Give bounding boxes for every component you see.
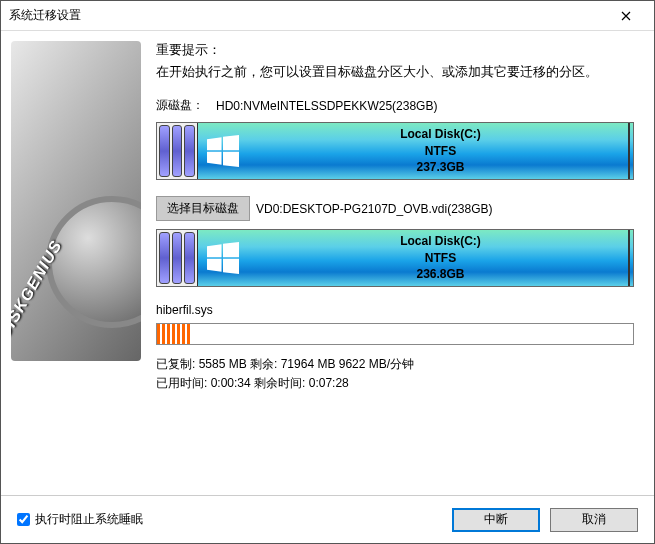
source-disk-row: 源磁盘： HD0:NVMeINTELSSDPEKKW25(238GB) [156,97,634,114]
target-disk-value: VD0:DESKTOP-PG2107D_OVB.vdi(238GB) [256,202,493,216]
main-panel: 重要提示： 在开始执行之前，您可以设置目标磁盘分区大小、或添加其它要迁移的分区。… [156,31,654,495]
current-file: hiberfil.sys [156,303,634,317]
reserved-partitions [157,123,197,179]
footer: 执行时阻止系统睡眠 中断 取消 [1,495,654,543]
brand-label: DISKGENIUS [11,237,66,341]
target-part-name: Local Disk(C:) [248,233,633,250]
abort-button[interactable]: 中断 [452,508,540,532]
brand-image: DISKGENIUS [11,41,141,361]
close-icon [621,11,631,21]
content-area: DISKGENIUS 重要提示： 在开始执行之前，您可以设置目标磁盘分区大小、或… [1,31,654,495]
target-disk-row: 选择目标磁盘 VD0:DESKTOP-PG2107D_OVB.vdi(238GB… [156,196,634,221]
progress-bar [156,323,634,345]
select-target-button[interactable]: 选择目标磁盘 [156,196,250,221]
prevent-sleep-label: 执行时阻止系统睡眠 [35,511,143,528]
cancel-button[interactable]: 取消 [550,508,638,532]
target-part-size: 236.8GB [248,266,633,283]
target-part-fs: NTFS [248,250,633,267]
source-part-size: 237.3GB [248,159,633,176]
progress-fill [157,324,190,344]
sidebar: DISKGENIUS [1,31,156,495]
prevent-sleep-input[interactable] [17,513,30,526]
target-diskbar[interactable]: Local Disk(C:) NTFS 236.8GB [156,229,634,287]
reserved-partitions [157,230,197,286]
source-partition[interactable]: Local Disk(C:) NTFS 237.3GB [197,123,633,179]
windows-icon [198,230,248,286]
source-partition-text: Local Disk(C:) NTFS 237.3GB [248,126,633,176]
progress-stats: 已复制: 5585 MB 剩余: 71964 MB 9622 MB/分钟 已用时… [156,355,634,393]
target-partition-text: Local Disk(C:) NTFS 236.8GB [248,233,633,283]
hint-text: 在开始执行之前，您可以设置目标磁盘分区大小、或添加其它要迁移的分区。 [156,63,634,81]
prevent-sleep-checkbox[interactable]: 执行时阻止系统睡眠 [17,511,143,528]
window-title: 系统迁移设置 [9,7,606,24]
windows-icon [198,123,248,179]
source-diskbar[interactable]: Local Disk(C:) NTFS 237.3GB [156,122,634,180]
source-disk-label: 源磁盘： [156,97,216,114]
stats-line1: 已复制: 5585 MB 剩余: 71964 MB 9622 MB/分钟 [156,355,634,374]
source-disk-value: HD0:NVMeINTELSSDPEKKW25(238GB) [216,99,437,113]
hint-title: 重要提示： [156,41,634,59]
source-part-name: Local Disk(C:) [248,126,633,143]
stats-line2: 已用时间: 0:00:34 剩余时间: 0:07:28 [156,374,634,393]
target-partition[interactable]: Local Disk(C:) NTFS 236.8GB [197,230,633,286]
source-part-fs: NTFS [248,143,633,160]
titlebar: 系统迁移设置 [1,1,654,31]
close-button[interactable] [606,2,646,30]
